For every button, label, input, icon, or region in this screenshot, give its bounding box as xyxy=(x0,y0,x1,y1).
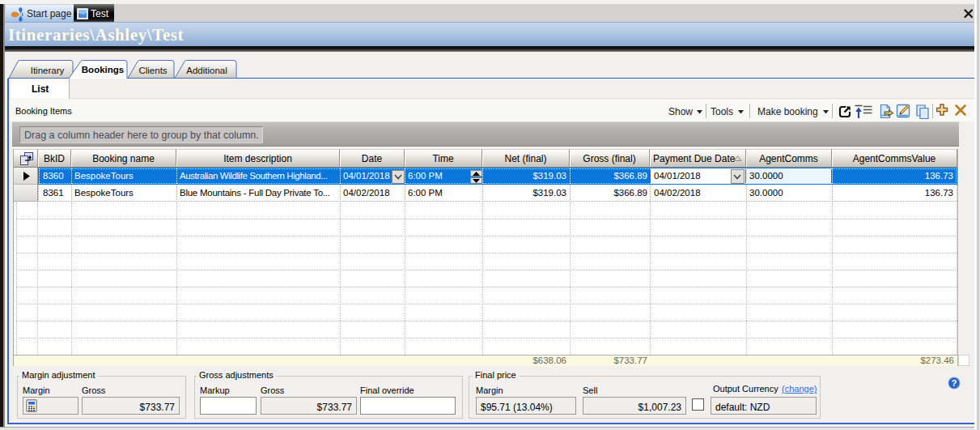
svg-text:?: ? xyxy=(951,378,957,388)
